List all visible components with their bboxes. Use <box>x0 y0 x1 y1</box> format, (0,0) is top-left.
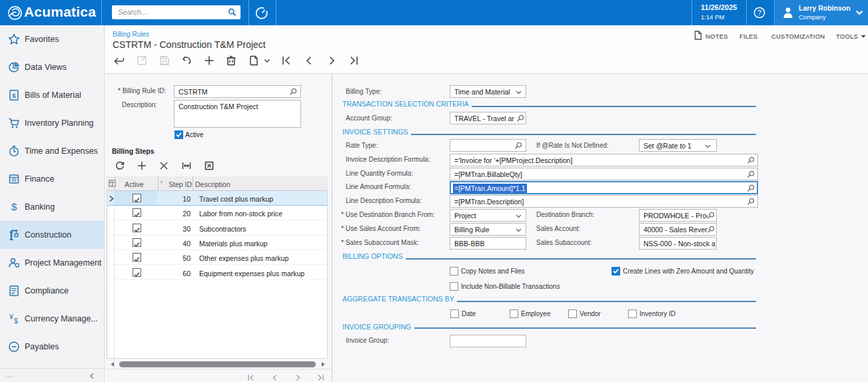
svg-text:¥: ¥ <box>9 313 13 321</box>
svg-text:$: $ <box>11 201 17 212</box>
svg-text:?: ? <box>757 9 761 17</box>
svg-text:$: $ <box>12 92 16 99</box>
svg-text:$: $ <box>14 317 18 325</box>
